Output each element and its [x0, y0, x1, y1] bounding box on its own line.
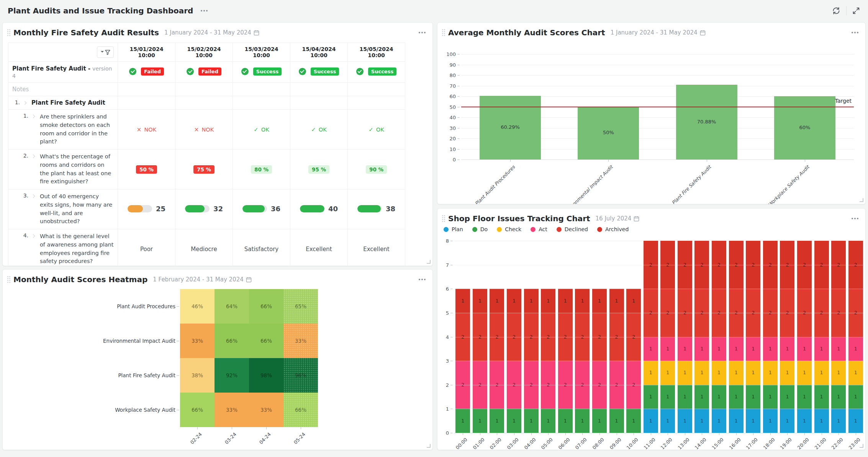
- answer-cell: 90 %: [348, 150, 405, 189]
- dashboard-more-menu-icon[interactable]: [201, 10, 208, 12]
- question-cell: 3.Out of 40 emergency exits signs, how m…: [8, 189, 118, 229]
- panel-resize-handle[interactable]: [860, 444, 863, 448]
- progress-fill: [185, 205, 205, 212]
- y-tick: [450, 361, 453, 361]
- y-tick-label: 0: [439, 430, 449, 436]
- chevron-right-icon[interactable]: [31, 234, 35, 238]
- section-name: Plant Fire Safety Audit: [31, 99, 105, 106]
- gridline-overlay: [454, 337, 864, 337]
- drag-handle-icon[interactable]: [7, 29, 10, 36]
- check-answer: ✓OK: [311, 126, 327, 133]
- audit-name: Plant Fire Safety Audit -: [12, 65, 90, 72]
- y-tick: [457, 96, 460, 97]
- question-number: 3.: [21, 192, 28, 199]
- question-text: What's the percentage of rooms and corri…: [40, 153, 114, 186]
- panel-more-menu-icon[interactable]: [419, 32, 426, 33]
- date-range[interactable]: 1 January 2024 - 31 May 2024: [164, 29, 259, 36]
- x-tick-label-text: 21:00: [813, 437, 827, 450]
- fullscreen-icon[interactable]: [852, 7, 860, 15]
- segment-value-label: 1: [644, 370, 658, 375]
- status-wrap: Failed: [187, 67, 221, 76]
- check-icon: ✓: [254, 126, 259, 133]
- segment-value-label: 1: [490, 298, 504, 304]
- answer-cell: 95 %: [290, 150, 348, 189]
- y-tick: [457, 75, 460, 76]
- heatmap-row-label: Plant Audit Procedures: [7, 303, 175, 309]
- x-tick-label-text: 20:00: [796, 437, 810, 450]
- x-tick: [599, 433, 600, 435]
- panel-resize-handle[interactable]: [427, 444, 431, 448]
- notes-label-cell: Notes: [8, 83, 118, 96]
- segment-value-label: 1: [780, 346, 794, 352]
- x-tick: [770, 433, 771, 435]
- segment-value-label: 1: [592, 298, 607, 304]
- empty-cell: [290, 83, 348, 96]
- y-tick: [450, 241, 453, 241]
- empty-cell: [233, 96, 290, 110]
- y-tick: [457, 54, 460, 54]
- percent-badge: 75 %: [193, 165, 215, 174]
- x-tick-label-text: 16:00: [728, 437, 742, 450]
- heatmap-cell: 33%: [283, 324, 318, 358]
- refresh-icon[interactable]: [832, 6, 841, 15]
- segment-value-label: 1: [746, 370, 760, 375]
- segment-value-label: 1: [558, 298, 573, 304]
- segment-value-label: 1: [644, 346, 658, 352]
- answer-text: NOK: [144, 127, 156, 133]
- answer-cell: 32: [175, 189, 233, 229]
- y-tick: [450, 265, 453, 265]
- heatmap-cell-value: 65%: [295, 303, 306, 309]
- progress-pill: [128, 205, 152, 212]
- segment-value-label: 1: [729, 346, 744, 352]
- answer-cell: 75 %: [175, 150, 233, 189]
- heatmap-cell: 66%: [215, 324, 249, 358]
- y-tick-label: 20: [440, 136, 456, 141]
- progress-fill: [242, 205, 265, 212]
- heatmap-cell-value: 66%: [295, 407, 306, 413]
- x-tick: [822, 433, 822, 435]
- panel-resize-handle[interactable]: [427, 260, 431, 264]
- answer-cell: 36: [233, 189, 290, 229]
- x-tick: [719, 433, 719, 435]
- heatmap-cell-value: 33%: [192, 338, 203, 344]
- heatmap-cell: 66%: [180, 393, 215, 427]
- y-tick-label: 10: [440, 146, 456, 152]
- chevron-right-icon[interactable]: [31, 155, 35, 158]
- check-circle-icon: [241, 68, 249, 75]
- segment-value-label: 1: [678, 346, 692, 352]
- segment-value-label: 1: [694, 394, 709, 399]
- question-cell: 2.What's the percentage of rooms and cor…: [8, 150, 118, 189]
- x-tick: [510, 159, 511, 162]
- empty-cell: [118, 83, 175, 96]
- answer-text: NOK: [201, 127, 214, 133]
- status-wrap: Failed: [129, 67, 164, 76]
- segment-value-label: 1: [524, 418, 539, 424]
- panel-title: Monthly Fire Safety Audit Results: [13, 28, 159, 37]
- segment-value-label: 1: [712, 418, 726, 424]
- x-tick: [707, 159, 707, 162]
- check-icon: ✓: [311, 126, 316, 133]
- gridline: [461, 86, 854, 86]
- chevron-right-icon[interactable]: [23, 101, 27, 105]
- heatmap-cell-value: 96%: [295, 372, 306, 378]
- y-tick: [450, 337, 453, 337]
- heatmap-cell: 66%: [249, 324, 283, 358]
- y-tick-label: 30: [440, 125, 456, 131]
- status-cell: Failed: [118, 62, 175, 83]
- segment-value-label: 1: [780, 370, 794, 375]
- progress-value: 32: [213, 205, 223, 213]
- segment-value-label: 1: [660, 394, 675, 399]
- chevron-right-icon[interactable]: [31, 115, 35, 118]
- gridline: [454, 433, 864, 433]
- chevron-right-icon[interactable]: [31, 194, 35, 198]
- check-circle-icon: [356, 68, 364, 75]
- x-tick-label-text: 10:00: [626, 437, 639, 450]
- percent-badge: 95 %: [308, 165, 329, 174]
- filter-button[interactable]: [97, 46, 114, 58]
- y-tick-label: 50: [440, 104, 456, 110]
- panel-resize-handle[interactable]: [860, 198, 863, 202]
- question: 1.Are there sprinklers and smoke detecto…: [12, 113, 114, 146]
- answer-cell: Poor: [118, 229, 175, 266]
- heatmap-cell: 38%: [180, 358, 215, 393]
- x-tick: [702, 433, 702, 435]
